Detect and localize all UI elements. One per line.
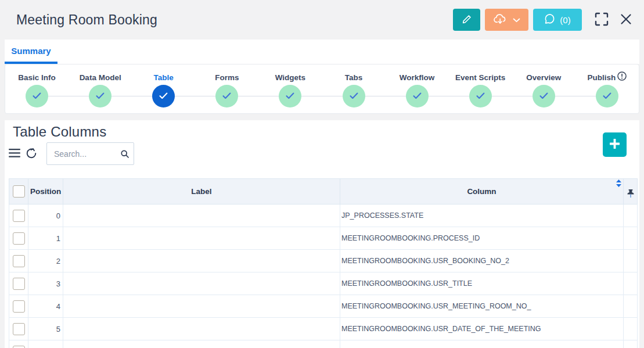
- row-checkbox-cell: [9, 250, 28, 272]
- step-circle-done[interactable]: [406, 85, 429, 107]
- select-all-checkbox[interactable]: [13, 185, 25, 198]
- step-circle-active[interactable]: [152, 85, 175, 107]
- menu-button[interactable]: [9, 148, 20, 160]
- pencil-icon: [462, 14, 472, 26]
- step-circle-done[interactable]: [533, 85, 555, 107]
- step-table[interactable]: Table: [132, 64, 195, 113]
- cell-pin: [624, 340, 638, 348]
- plus-icon: [610, 139, 620, 150]
- row-checkbox[interactable]: [13, 255, 25, 267]
- step-widgets[interactable]: Widgets: [258, 64, 322, 113]
- cell-position: 2: [28, 250, 63, 272]
- row-checkbox[interactable]: [13, 232, 25, 245]
- header-position[interactable]: Position: [28, 179, 63, 205]
- download-button[interactable]: [485, 9, 528, 31]
- cell-position: 0: [28, 205, 63, 227]
- pin-icon: [627, 189, 635, 200]
- step-label: Publish: [588, 72, 627, 82]
- search-input[interactable]: [46, 142, 134, 165]
- comments-button[interactable]: (0): [533, 9, 582, 31]
- header-actions: (0): [448, 9, 632, 31]
- select-all-cell: [9, 179, 28, 205]
- check-icon: [350, 91, 358, 102]
- step-event-scripts[interactable]: Event Scripts: [449, 64, 512, 113]
- row-checkbox[interactable]: [13, 346, 25, 348]
- refresh-icon: [26, 147, 37, 161]
- cell-label: [63, 227, 340, 250]
- row-checkbox[interactable]: [13, 278, 25, 290]
- step-basic-info[interactable]: Basic Info: [5, 64, 69, 113]
- step-label: Basic Info: [18, 72, 56, 82]
- header-column[interactable]: Column: [340, 179, 624, 205]
- columns-table-wrap: Position Label Column: [9, 178, 637, 348]
- step-label-text: Workflow: [400, 73, 435, 82]
- step-forms[interactable]: Forms: [195, 64, 258, 113]
- comments-count: (0): [560, 15, 570, 25]
- step-circle-done[interactable]: [26, 85, 48, 107]
- cell-label: [63, 250, 340, 272]
- cell-position: 3: [28, 272, 63, 295]
- header-label[interactable]: Label: [63, 179, 340, 205]
- info-icon[interactable]: [617, 71, 627, 82]
- cell-pin: [624, 250, 638, 272]
- row-checkbox-cell: [9, 272, 28, 295]
- step-data-model[interactable]: Data Model: [69, 64, 132, 113]
- cell-column: MEETINGROOMBOOKING.USR_MEETING_ROOM_NO_: [340, 295, 624, 318]
- check-icon: [539, 91, 548, 102]
- tab-summary[interactable]: Summary: [5, 40, 57, 64]
- row-checkbox[interactable]: [13, 300, 25, 313]
- step-circle-done[interactable]: [343, 85, 365, 107]
- chevron-down-icon: [513, 16, 520, 24]
- close-icon: [620, 13, 632, 27]
- sort-icon[interactable]: [616, 180, 621, 189]
- row-checkbox[interactable]: [13, 323, 25, 335]
- step-label-text: Overview: [526, 73, 561, 82]
- step-circle-done[interactable]: [279, 85, 301, 107]
- cell-position: 4: [28, 295, 63, 318]
- header-pin[interactable]: [624, 179, 638, 205]
- edit-button[interactable]: [453, 9, 480, 31]
- step-overview[interactable]: Overview: [512, 64, 575, 113]
- step-circle-done[interactable]: [89, 85, 111, 107]
- check-icon: [96, 91, 105, 102]
- close-button[interactable]: [620, 13, 632, 27]
- fullscreen-button[interactable]: [595, 12, 609, 28]
- tab-summary-label: Summary: [11, 46, 51, 56]
- step-label: Workflow: [400, 72, 435, 82]
- check-icon: [286, 91, 294, 102]
- step-label: Widgets: [275, 72, 305, 82]
- step-circle-done[interactable]: [215, 85, 238, 107]
- step-tabs[interactable]: Tabs: [322, 64, 385, 113]
- check-icon: [413, 91, 422, 102]
- refresh-button[interactable]: [26, 147, 37, 161]
- step-label: Data Model: [80, 72, 121, 82]
- step-label-text: Tabs: [345, 73, 363, 82]
- cell-column: [340, 340, 624, 348]
- cell-pin: [624, 227, 638, 250]
- cell-position: 5: [28, 318, 63, 340]
- add-column-button[interactable]: [603, 132, 627, 157]
- table-row: 4MEETINGROOMBOOKING.USR_MEETING_ROOM_NO_: [9, 295, 638, 318]
- cell-pin: [624, 272, 638, 295]
- search-box: [46, 142, 134, 165]
- step-label: Overview: [526, 72, 561, 82]
- cell-pin: [624, 318, 638, 340]
- step-label-text: Widgets: [275, 73, 305, 82]
- step-label-text: Event Scripts: [455, 73, 505, 82]
- step-circle-done[interactable]: [469, 85, 492, 107]
- step-circle-done[interactable]: [596, 85, 618, 107]
- step-publish[interactable]: Publish: [575, 64, 639, 113]
- row-checkbox-cell: [9, 295, 28, 318]
- cell-column: MEETINGROOMBOOKING.USR_DATE_OF_THE_MEETI…: [340, 318, 624, 340]
- step-workflow[interactable]: Workflow: [386, 64, 449, 113]
- cell-column: MEETINGROOMBOOKING.USR_TITLE: [340, 272, 624, 295]
- table-row: 2MEETINGROOMBOOKING.USR_BOOKING_NO_2: [9, 250, 638, 272]
- step-label-text: Publish: [588, 73, 616, 82]
- row-checkbox-cell: [9, 340, 28, 348]
- step-label-text: Table: [154, 73, 174, 82]
- step-label-text: Data Model: [80, 73, 121, 82]
- cell-label: [63, 318, 340, 340]
- row-checkbox[interactable]: [13, 210, 25, 222]
- cell-label: [63, 272, 340, 295]
- step-label: Forms: [215, 72, 239, 82]
